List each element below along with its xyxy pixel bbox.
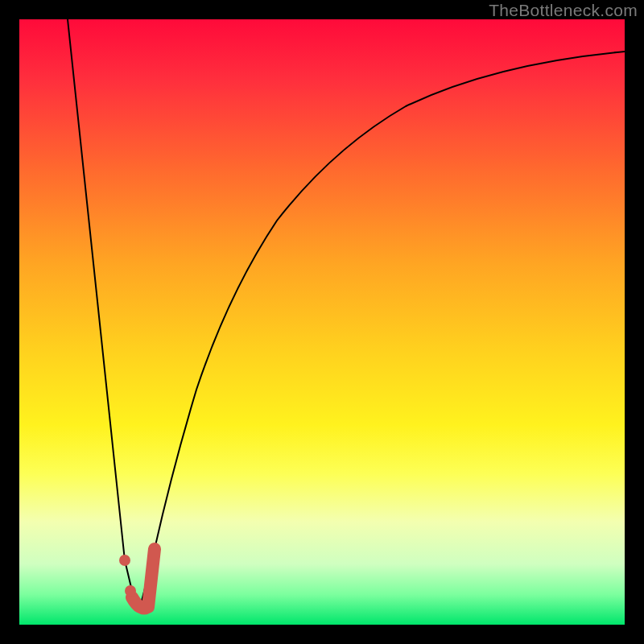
curve-right-branch <box>140 52 625 607</box>
curve-left-branch <box>68 19 140 607</box>
highlight-dot-lower <box>125 585 136 597</box>
watermark-text: TheBottleneck.com <box>489 1 638 20</box>
highlight-thick-segment <box>132 549 155 609</box>
chart-plot-area <box>19 19 625 625</box>
chart-svg <box>19 19 625 625</box>
highlight-dot-upper <box>119 555 130 566</box>
